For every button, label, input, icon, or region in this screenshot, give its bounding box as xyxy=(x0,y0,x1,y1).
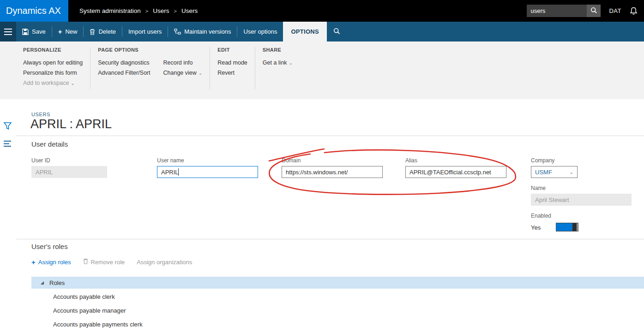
roles-action-bar: + Assign roles Remove role Assign organi… xyxy=(31,258,192,266)
breadcrumb-separator: > xyxy=(174,8,177,14)
alias-label: Alias xyxy=(405,157,417,164)
maintain-versions-button[interactable]: Maintain versions xyxy=(168,22,237,42)
breadcrumb-separator: > xyxy=(145,8,148,14)
revert[interactable]: Revert xyxy=(217,68,247,78)
dynamics-ax-window: Dynamics AX System administration > User… xyxy=(0,0,644,332)
assign-organizations-button[interactable]: Assign organizations xyxy=(137,259,192,266)
maintain-versions-label: Maintain versions xyxy=(184,28,231,35)
collapse-triangle-icon xyxy=(41,281,44,285)
import-users-button[interactable]: Import users xyxy=(122,22,168,42)
task-list-panel-icon[interactable] xyxy=(4,141,12,148)
versions-hierarchy-icon xyxy=(174,29,181,35)
ribbon-divider xyxy=(210,47,210,89)
ribbon-group-title: SHARE xyxy=(263,47,293,53)
global-search xyxy=(527,5,601,17)
enabled-value: Yes xyxy=(531,224,541,231)
user-id-label: User ID xyxy=(31,157,50,164)
delete-label: Delete xyxy=(98,28,116,35)
advanced-filter-sort[interactable]: Advanced Filter/Sort xyxy=(98,68,150,78)
ribbon-group-title: EDIT xyxy=(217,47,247,53)
chevron-down-icon: ⌄ xyxy=(570,170,573,175)
record-info[interactable]: Record info xyxy=(163,58,203,68)
user-name-field-wrap xyxy=(157,166,258,178)
personalize-this-form[interactable]: Personalize this form xyxy=(23,68,83,78)
ribbon-divider xyxy=(90,47,90,89)
search-icon xyxy=(333,28,340,36)
security-diagnostics[interactable]: Security diagnostics xyxy=(98,58,150,68)
ribbon-divider xyxy=(255,47,255,89)
plus-icon: + xyxy=(31,259,36,266)
search-icon xyxy=(590,7,597,15)
user-id-field: APRIL xyxy=(31,166,107,178)
page-caption: USERS xyxy=(31,112,50,117)
trash-icon xyxy=(90,29,95,35)
user-roles-section-title: User's roles xyxy=(31,243,68,250)
text-cursor xyxy=(178,168,179,176)
role-row[interactable]: Accounts payable payments clerk xyxy=(53,321,143,328)
company-select[interactable]: USMF ⌄ xyxy=(531,166,578,178)
name-field: April Stewart xyxy=(531,194,632,206)
delete-button[interactable]: Delete xyxy=(84,22,122,42)
toggle-handle xyxy=(572,223,577,231)
tab-options[interactable]: OPTIONS xyxy=(283,22,327,42)
assign-roles-button[interactable]: + Assign roles xyxy=(31,259,71,266)
app-logo[interactable]: Dynamics AX xyxy=(0,0,68,22)
ribbon-group-edit: EDIT Read mode Revert xyxy=(217,47,255,99)
save-button[interactable]: Save xyxy=(16,22,52,42)
command-search-button[interactable] xyxy=(327,22,347,42)
ribbon-group-page-options: PAGE OPTIONS Security diagnostics Advanc… xyxy=(98,47,210,99)
section-divider xyxy=(16,136,644,136)
remove-role-button[interactable]: Remove role xyxy=(83,258,125,266)
domain-input[interactable] xyxy=(282,166,383,178)
change-view[interactable]: Change view⌄ xyxy=(163,68,203,78)
save-floppy-icon xyxy=(22,29,29,35)
notification-bell-icon[interactable] xyxy=(630,7,638,15)
hamburger-menu-icon[interactable] xyxy=(0,22,16,42)
role-row[interactable]: Accounts payable manager xyxy=(53,307,126,314)
ribbon-group-personalize: PERSONALIZE Always open for editing Pers… xyxy=(23,47,90,99)
global-search-button[interactable] xyxy=(587,5,601,17)
new-button[interactable]: + New xyxy=(52,22,84,42)
user-name-input[interactable] xyxy=(157,166,258,178)
import-users-label: Import users xyxy=(128,28,162,35)
chevron-down-icon: ⌄ xyxy=(289,60,293,65)
options-ribbon: PERSONALIZE Always open for editing Pers… xyxy=(0,42,644,99)
ribbon-group-title: PERSONALIZE xyxy=(23,47,83,53)
domain-label: Domain xyxy=(282,157,301,164)
command-bar: Save + New Delete Import users Maintain … xyxy=(0,22,644,42)
topbar-right-cluster: DAT xyxy=(527,5,644,17)
breadcrumb-item-system-administration[interactable]: System administration xyxy=(79,7,141,14)
alias-input[interactable] xyxy=(405,166,506,178)
plus-icon: + xyxy=(58,28,62,35)
user-details-section-title: User details xyxy=(31,140,68,148)
user-initials[interactable]: DAT xyxy=(609,7,621,14)
add-to-workspace[interactable]: Add to workspace⌄ xyxy=(23,78,83,89)
name-label: Name xyxy=(531,185,546,191)
global-search-input[interactable] xyxy=(527,5,587,17)
breadcrumb-item-users[interactable]: Users xyxy=(153,7,169,14)
user-options-button[interactable]: User options xyxy=(237,22,283,42)
enabled-toggle[interactable] xyxy=(556,223,578,231)
enabled-label: Enabled xyxy=(531,213,551,219)
top-navigation-bar: Dynamics AX System administration > User… xyxy=(0,0,644,22)
page-title: APRIL : APRIL xyxy=(30,117,112,131)
read-mode[interactable]: Read mode xyxy=(217,58,247,68)
breadcrumb-item-users-page[interactable]: Users xyxy=(181,7,198,14)
roles-grid-group-header[interactable]: Roles xyxy=(31,277,644,289)
roles-grid-header-label: Roles xyxy=(49,279,65,286)
ribbon-group-title: PAGE OPTIONS xyxy=(98,47,202,53)
always-open-for-editing[interactable]: Always open for editing xyxy=(23,58,83,68)
section-divider xyxy=(16,239,644,239)
company-label: Company xyxy=(531,157,554,164)
user-options-label: User options xyxy=(243,28,277,35)
role-row[interactable]: Accounts payable clerk xyxy=(53,293,115,300)
user-name-label: User name xyxy=(157,157,184,164)
new-label: New xyxy=(65,28,77,35)
ribbon-group-share: SHARE Get a link⌄ xyxy=(263,47,300,99)
get-a-link[interactable]: Get a link⌄ xyxy=(263,58,293,68)
breadcrumb: System administration > Users > Users xyxy=(79,7,198,14)
save-label: Save xyxy=(32,28,46,35)
chevron-down-icon: ⌄ xyxy=(71,81,74,86)
chevron-down-icon: ⌄ xyxy=(199,71,202,76)
filter-funnel-icon[interactable] xyxy=(4,122,12,131)
